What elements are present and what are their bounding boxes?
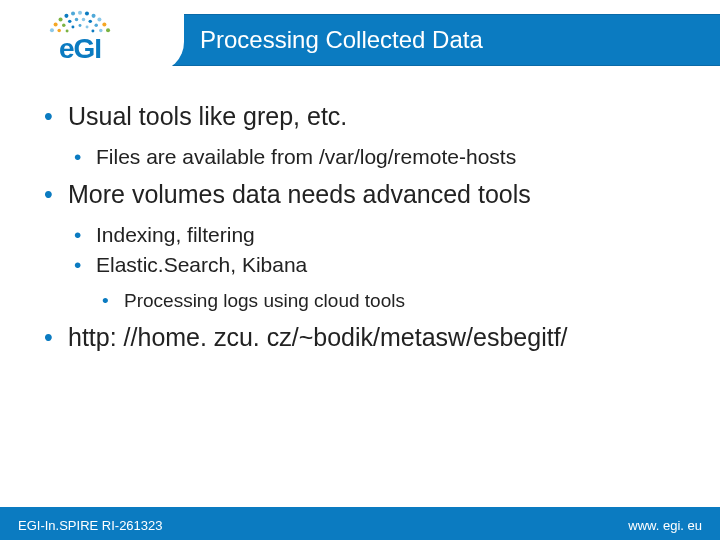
bullet-text: http: //home. zcu. cz/~bodik/metasw/esbe… — [68, 323, 568, 351]
bullet-lvl2: Files are available from /var/log/remote… — [68, 142, 680, 172]
footer-left: EGI-In.SPIRE RI-261323 — [18, 518, 163, 533]
svg-point-10 — [97, 18, 101, 22]
svg-point-32 — [86, 25, 89, 28]
svg-point-17 — [57, 29, 60, 32]
svg-point-4 — [59, 18, 63, 22]
slide-content: Usual tools like grep, etc. Files are av… — [0, 72, 720, 355]
logo-area: eGI — [0, 0, 160, 72]
logo-dots-icon — [25, 7, 135, 35]
bullet-lvl2: Indexing, filtering — [68, 220, 680, 250]
bullet-lvl3: Processing logs using cloud tools — [96, 287, 680, 316]
slide-title: Processing Collected Data — [200, 26, 483, 54]
bullet-text: Indexing, filtering — [96, 223, 255, 246]
svg-point-24 — [99, 29, 102, 32]
svg-point-3 — [54, 22, 58, 26]
svg-point-19 — [68, 20, 71, 23]
svg-point-23 — [94, 23, 97, 26]
footer-right: www. egi. eu — [628, 518, 702, 533]
svg-point-20 — [75, 18, 78, 21]
bullet-text: Elastic.Search, Kibana — [96, 253, 307, 276]
svg-point-6 — [71, 12, 75, 16]
svg-point-29 — [66, 30, 69, 33]
bullet-text: Processing logs using cloud tools — [124, 290, 405, 311]
bullet-text: Files are available from /var/log/remote… — [96, 145, 516, 168]
bullet-lvl1: More volumes data needs advanced tools I… — [40, 178, 680, 315]
svg-point-33 — [91, 30, 94, 33]
slide-footer: EGI-In.SPIRE RI-261323 www. egi. eu — [0, 510, 720, 540]
svg-point-30 — [71, 25, 74, 28]
svg-point-5 — [64, 14, 68, 18]
svg-point-18 — [62, 23, 65, 26]
bullet-lvl1: Usual tools like grep, etc. Files are av… — [40, 100, 680, 172]
bullet-text: Usual tools like grep, etc. — [68, 102, 347, 130]
svg-point-8 — [85, 12, 89, 16]
svg-point-21 — [82, 18, 85, 21]
svg-point-12 — [106, 28, 110, 32]
logo-text: eGI — [59, 33, 101, 65]
bullet-text: More volumes data needs advanced tools — [68, 180, 531, 208]
svg-point-9 — [92, 14, 96, 18]
svg-point-31 — [79, 24, 82, 27]
svg-point-7 — [78, 11, 82, 15]
svg-point-2 — [50, 28, 54, 32]
bullet-lvl2: Elastic.Search, Kibana Processing logs u… — [68, 250, 680, 315]
svg-point-22 — [89, 20, 92, 23]
bullet-lvl1: http: //home. zcu. cz/~bodik/metasw/esbe… — [40, 321, 680, 355]
svg-point-11 — [102, 22, 106, 26]
slide-header: eGI Processing Collected Data — [0, 0, 720, 72]
